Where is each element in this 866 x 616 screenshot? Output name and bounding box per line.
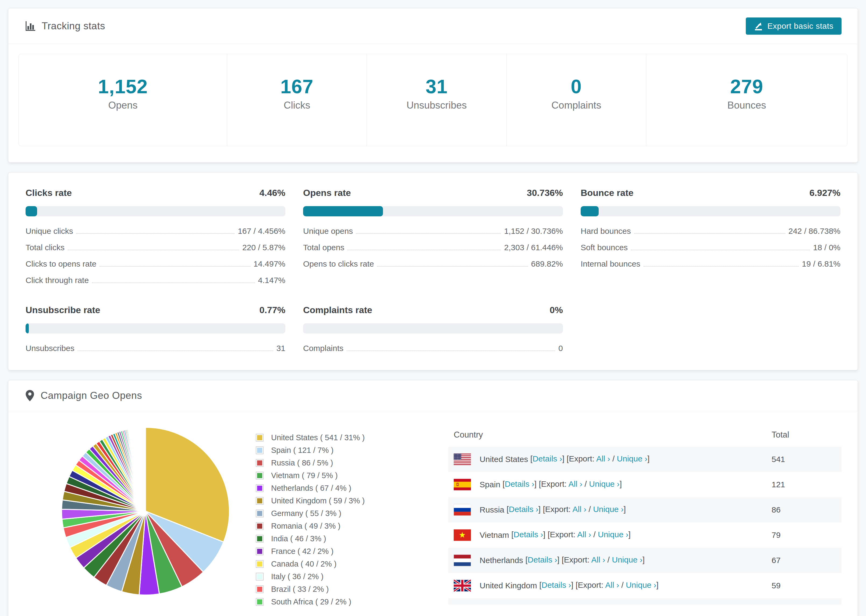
legend-swatch [256,573,264,580]
details-link[interactable]: Details › [509,505,538,514]
geo-table-row-de: Germany [Details ›] [Export: All › / Uni… [448,598,842,605]
export-unique-link[interactable]: Unique › [593,505,624,514]
geo-table: Country Total United States [Details ›] … [448,423,842,605]
export-unique-link[interactable]: Unique › [617,454,647,463]
legend-item-nl: Netherlands ( 67 / 4% ) [256,484,448,493]
summary-stat-complaints: 0 Complaints [506,54,646,146]
legend-swatch [256,585,264,593]
legend-label: Germany ( 55 / 3% ) [271,509,341,518]
tracking-stats-header: Tracking stats Export basic stats [8,8,858,44]
summary-stat-value: 0 [507,75,646,97]
export-unique-link[interactable]: Unique › [589,479,619,488]
details-link[interactable]: Details › [532,454,562,463]
legend-item-in: India ( 46 / 3% ) [256,534,448,543]
flag-es-icon [454,479,471,490]
legend-item-br: Brazil ( 33 / 2% ) [256,585,448,594]
export-all-link[interactable]: All › [605,580,619,589]
summary-stat-value: 31 [367,75,506,97]
legend-swatch [256,560,264,568]
rate-row-value: 18 / 0% [813,243,841,252]
legend-item-es: Spain ( 121 / 7% ) [256,446,448,455]
legend-item-za: South Africa ( 29 / 2% ) [256,597,448,606]
dotted-leader [377,266,527,267]
legend-item-us: United States ( 541 / 31% ) [256,433,448,442]
rate-progress-track [303,206,563,216]
summary-stat-opens: 1,152 Opens [19,54,227,146]
rate-value: 30.736% [527,188,563,198]
rate-title: Opens rate [303,188,351,198]
rate-row-value: 220 / 5.87% [242,243,285,252]
rate-row-value: 167 / 4.456% [238,226,285,236]
rate-progress-fill [25,206,37,216]
rate-title: Clicks rate [25,188,72,198]
export-unique-link[interactable]: Unique › [598,530,628,539]
rate-progress-fill [303,206,383,216]
export-icon [754,22,763,31]
rate-row: Hard bounces 242 / 86.738% [581,226,841,236]
flag-vn-icon [454,529,471,541]
dotted-leader [78,350,273,351]
summary-stat-label: Bounces [646,100,847,111]
rate-row: Unique opens 1,152 / 30.736% [303,226,563,236]
summary-stat-label: Opens [19,100,227,111]
legend-label: Canada ( 40 / 2% ) [271,559,337,569]
legend-label: United States ( 541 / 31% ) [271,433,365,442]
legend-item-ro: Romania ( 49 / 3% ) [256,522,448,531]
legend-item-gb: United Kingdom ( 59 / 3% ) [256,497,448,505]
details-link[interactable]: Details › [505,479,534,488]
summary-stat-clicks: 167 Clicks [227,54,367,146]
legend-label: United Kingdom ( 59 / 3% ) [271,497,365,505]
geo-table-header-row: Country Total [448,423,842,447]
legend-swatch [256,472,264,479]
export-all-link[interactable]: All › [573,505,587,514]
details-link[interactable]: Details › [527,555,557,564]
details-link[interactable]: Details › [542,580,571,589]
rate-progress-fill [25,323,29,333]
country-total: 55 [766,598,842,605]
rate-progress-track [25,323,285,333]
rate-row-value: 689.82% [531,259,563,269]
legend-label: South Africa ( 29 / 2% ) [271,597,351,606]
rate-section-complaints-rate: Complaints rate 0% Complaints 0 [303,305,563,353]
rates-card: Clicks rate 4.46% Unique clicks 167 / 4.… [8,172,858,370]
rate-row-value: 2,303 / 61.446% [504,243,563,252]
rate-row-value: 4.147% [258,276,285,285]
export-unique-link[interactable]: Unique › [612,555,642,564]
legend-item-fr: France ( 42 / 2% ) [256,547,448,556]
geo-pie-chart [24,421,256,610]
export-basic-stats-button[interactable]: Export basic stats [746,17,842,35]
rate-row-label: Soft bounces [581,243,628,252]
bar-chart-icon [24,20,36,32]
dotted-leader [92,283,255,283]
geo-table-row-es: Spain [Details ›] [Export: All › / Uniqu… [448,472,842,497]
rate-row-label: Unique clicks [25,226,73,236]
geo-table-row-vn: Vietnam [Details ›] [Export: All › / Uni… [448,522,842,548]
dotted-leader [68,250,239,250]
rate-value: 4.46% [260,188,285,198]
country-name: Netherlands [480,556,523,565]
country-total: 59 [766,573,842,598]
export-all-link[interactable]: All › [596,454,610,463]
rate-row: Click through rate 4.147% [25,276,285,285]
country-total: 121 [766,472,842,497]
export-all-link[interactable]: All › [568,479,583,488]
rate-row-label: Opens to clicks rate [303,259,374,269]
campaign-geo-opens-card: Campaign Geo Opens United States ( 541 /… [8,380,858,616]
dotted-leader [347,350,555,351]
details-link[interactable]: Details › [514,530,543,539]
country-total: 86 [766,497,842,522]
legend-item-de: Germany ( 55 / 3% ) [256,509,448,518]
export-unique-link[interactable]: Unique › [626,580,656,589]
export-all-link[interactable]: All › [591,555,605,564]
rate-value: 6.927% [809,188,841,198]
rate-row-label: Total clicks [25,243,65,252]
legend-swatch [256,509,264,517]
geo-table-row-gb: United Kingdom [Details ›] [Export: All … [448,573,842,598]
rate-row-value: 31 [277,344,285,353]
rate-section-unsubscribe-rate: Unsubscribe rate 0.77% Unsubscribes 31 [25,305,285,353]
legend-item-vn: Vietnam ( 79 / 5% ) [256,471,448,480]
rate-row-label: Click through rate [25,276,89,285]
rate-row-value: 1,152 / 30.736% [504,226,563,236]
country-name: Vietnam [480,531,509,539]
export-all-link[interactable]: All › [577,530,591,539]
